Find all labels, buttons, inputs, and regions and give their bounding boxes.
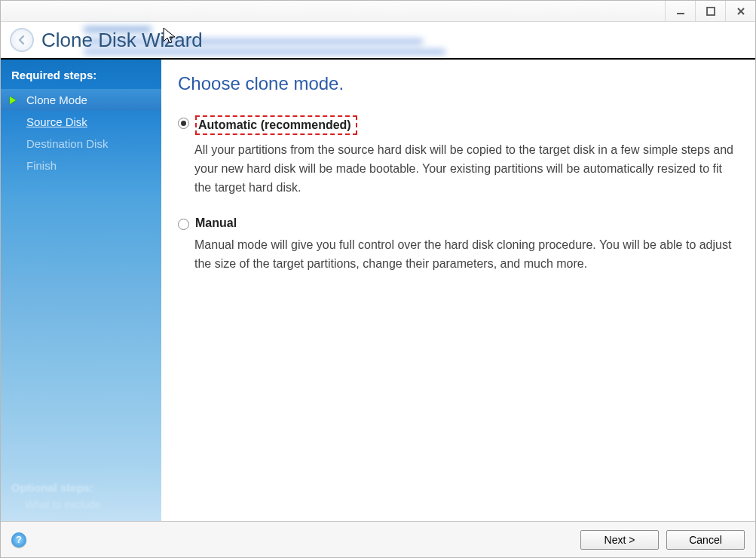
sidebar-optional-item: What to exclude [25,498,100,510]
wizard-window: Clone Disk Wizard Required steps: Clone … [0,0,756,558]
sidebar-step-finish: Finish [1,155,161,176]
wizard-header: Clone Disk Wizard [1,22,755,60]
option-automatic-desc: All your partitions from the source hard… [194,141,739,197]
wizard-title: Clone Disk Wizard [41,29,203,52]
highlight-annotation: Automatic (recommended) [195,115,357,135]
sidebar-optional-label: Optional steps: [11,481,93,494]
back-button[interactable] [10,28,34,52]
window-controls [665,1,755,21]
option-automatic-label: Automatic (recommended) [198,118,351,131]
option-manual-row: Manual [178,216,739,230]
next-button[interactable]: Next > [580,530,659,550]
maximize-button[interactable] [695,1,725,21]
option-manual-radio[interactable] [178,219,189,230]
titlebar [1,1,755,22]
sidebar-step-label: Destination Disk [26,137,108,150]
svg-rect-1 [707,8,715,15]
cancel-button[interactable]: Cancel [666,530,745,550]
sidebar-step-destination-disk: Destination Disk [1,133,161,155]
option-automatic-radio[interactable] [178,118,189,129]
content-heading: Choose clone mode. [178,73,739,94]
close-button[interactable] [725,1,755,21]
help-icon[interactable]: ? [11,532,26,547]
option-manual-label: Manual [195,216,237,230]
help-glyph: ? [16,534,22,545]
sidebar: Required steps: Clone Mode Source Disk D… [1,60,161,521]
sidebar-step-label: Finish [26,159,57,172]
sidebar-step-clone-mode[interactable]: Clone Mode [1,89,161,111]
option-automatic-row: Automatic (recommended) [178,115,739,135]
sidebar-step-source-disk[interactable]: Source Disk [1,111,161,133]
sidebar-step-label: Clone Mode [26,94,87,106]
option-manual-desc: Manual mode will give you full control o… [194,236,739,274]
sidebar-section-label: Required steps: [1,67,161,89]
content-panel: Choose clone mode. Automatic (recommende… [161,60,755,521]
footer: ? Next > Cancel [1,521,755,557]
wizard-body: Required steps: Clone Mode Source Disk D… [1,60,755,521]
minimize-button[interactable] [665,1,695,21]
sidebar-step-label: Source Disk [26,115,87,128]
